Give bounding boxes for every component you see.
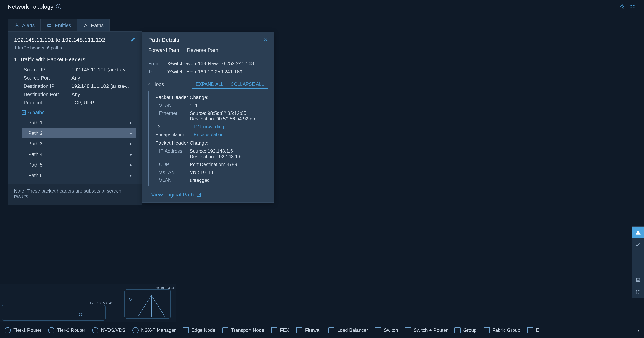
path-item[interactable]: Path 4▸ — [22, 149, 136, 160]
traffic-note: Note: These packet headers are subsets o… — [8, 184, 142, 205]
path-item[interactable]: Path 2▸ — [22, 128, 136, 139]
page-title: Network Topology — [8, 4, 53, 10]
topology-host-node[interactable]: Host 10.253.241... — [329, 245, 343, 259]
paths-toggle[interactable]: − 6 paths — [8, 107, 142, 117]
query-summary: 1 traffic header, 6 paths — [8, 45, 142, 54]
topology-switch-node[interactable]: Arista Fabric Leaf Fabric — [581, 77, 586, 82]
path-item[interactable]: Path 6▸ — [22, 170, 136, 181]
vlan2-value: untagged — [190, 177, 268, 183]
vxlan-key: VXLAN — [159, 170, 190, 175]
legend-item: Transport Node — [222, 327, 264, 333]
encapsulation-key: Encapsulation: — [155, 132, 194, 137]
path-item-label: Path 2 — [28, 130, 42, 136]
encapsulation-link[interactable]: Encapsulation — [194, 132, 224, 137]
from-value: DSwitch-evpn-168-New-10.253.241.168 — [166, 61, 254, 67]
collapse-all-button[interactable]: COLLAPSE ALL — [227, 80, 268, 89]
path-details-panel: Path Details ✕ Forward Path Reverse Path… — [142, 32, 274, 203]
query-title: 192.148.11.101 to 192.148.111.102 — [14, 37, 130, 43]
leaf-fabric-label: Leaf Fabric — [560, 73, 580, 78]
topology-node[interactable] — [338, 77, 344, 82]
close-icon[interactable]: ✕ — [263, 37, 268, 43]
legend-label: Group — [463, 327, 476, 333]
legend-label: NVDS/VDS — [101, 327, 126, 333]
ip-key: IP Address — [159, 148, 190, 159]
from-label: From: — [148, 61, 164, 67]
ip-source: Source: 192.148.1.5 — [190, 148, 268, 154]
chevron-right-icon: ▸ — [130, 151, 132, 157]
legend-item: Fabric Group — [484, 327, 520, 333]
path-item[interactable]: Path 3▸ — [22, 139, 136, 149]
tab-reverse-path[interactable]: Reverse Path — [187, 47, 218, 56]
svg-line-3 — [138, 295, 152, 316]
legend-label: Firewall — [305, 327, 322, 333]
legend-label: FEX — [280, 327, 290, 333]
svg-rect-1 — [124, 290, 170, 318]
tab-alerts-label: Alerts — [22, 23, 35, 28]
legend-item: Tier-0 Router — [48, 327, 85, 333]
traffic-key: Protocol — [24, 100, 72, 106]
topology-spine-node[interactable]: Spine Fabric — [526, 201, 539, 207]
fit-screen-button[interactable] — [632, 274, 644, 286]
path-item-label: Path 1 — [28, 120, 42, 126]
tab-paths-label: Paths — [91, 23, 104, 28]
minimap[interactable]: Host 10.253.241... Host 10.253.241... — [0, 284, 176, 322]
chevron-right-icon: ▸ — [130, 120, 132, 126]
legend-item: NVDS/VDS — [92, 327, 126, 333]
map-toggle-button[interactable] — [632, 286, 644, 298]
legend-item: Group — [454, 327, 476, 333]
packet-header-change-label: Packet Header Change: — [154, 93, 268, 102]
topology-switch-node[interactable] — [302, 77, 308, 82]
path-item-label: Path 4 — [28, 151, 42, 157]
path-item-label: Path 6 — [28, 172, 42, 178]
traffic-key: Destination Port — [24, 92, 72, 98]
zoom-in-button[interactable]: + — [632, 250, 644, 262]
legend-item: Edge Node — [183, 327, 216, 333]
vlan2-key: VLAN — [159, 177, 190, 183]
fullscreen-exit-icon[interactable] — [629, 3, 636, 11]
tab-alerts[interactable]: Alerts — [8, 19, 41, 32]
legend-icon — [132, 327, 138, 333]
path-item[interactable]: Path 5▸ — [22, 160, 136, 170]
legend-icon — [222, 327, 228, 333]
path-item[interactable]: Path 1▸ — [22, 117, 136, 128]
topology-node[interactable] — [551, 77, 556, 82]
vlan-value: 111 — [190, 103, 268, 108]
l2-key: L2: — [155, 124, 194, 130]
to-label: To: — [148, 69, 164, 75]
traffic-key: Destination IP — [24, 83, 72, 89]
pin-icon[interactable] — [618, 3, 626, 11]
topology-host-node[interactable]: Host 10.253.241... — [573, 244, 586, 258]
hops-count: 4 Hops — [148, 81, 189, 87]
zoom-out-button[interactable]: − — [632, 262, 644, 274]
info-icon[interactable]: i — [56, 4, 61, 10]
edit-icon[interactable] — [130, 36, 136, 43]
legend-icon — [328, 327, 334, 333]
topology-node[interactable] — [464, 26, 469, 32]
legend-item: NSX-T Manager — [132, 327, 176, 333]
tab-forward-path[interactable]: Forward Path — [148, 47, 179, 56]
packet-header-change-label-2: Packet Header Change: — [154, 139, 268, 147]
view-logical-path-link[interactable]: View Logical Path — [151, 192, 201, 198]
tab-entities[interactable]: Entities — [41, 19, 77, 32]
path-item-label: Path 3 — [28, 141, 42, 147]
expand-all-button[interactable]: EXPAND ALL — [192, 80, 227, 89]
alerts-side-button[interactable] — [632, 226, 644, 238]
legend-icon — [271, 327, 277, 333]
legend-scroll-right[interactable]: › — [638, 327, 640, 333]
topology-node[interactable] — [425, 26, 430, 32]
spine-fabric-label: Spine Fabric — [510, 196, 533, 202]
traffic-value: 192.148.111.102 (arista-vm... — [72, 83, 132, 89]
legend-icon — [454, 327, 460, 333]
legend-item: E — [527, 327, 539, 333]
tab-paths[interactable]: Paths — [77, 19, 110, 32]
svg-rect-2 — [2, 305, 106, 320]
legend-item: Firewall — [296, 327, 322, 333]
legend-item: FEX — [271, 327, 290, 333]
legend-label: Transport Node — [231, 327, 264, 333]
edit-side-button[interactable] — [632, 238, 644, 250]
chevron-right-icon: ▸ — [130, 130, 132, 136]
l2-link[interactable]: L2 Forwarding — [194, 124, 224, 130]
ip-dest: Destination: 192.148.1.6 — [190, 154, 268, 159]
path-details-title: Path Details — [148, 37, 263, 43]
legend-label: Load Balancer — [337, 327, 368, 333]
